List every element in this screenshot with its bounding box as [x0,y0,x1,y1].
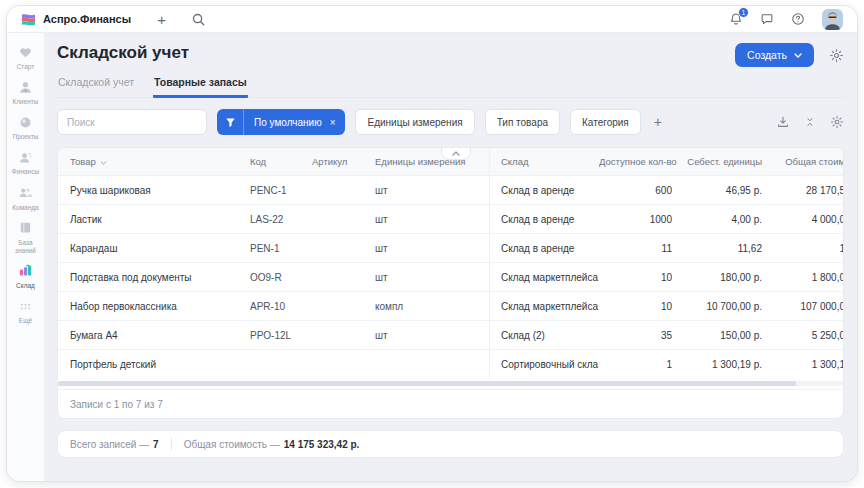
team-icon [18,185,34,201]
top-bar: Аспро.Финансы + 1 [7,6,857,33]
records-info: Записи с 1 по 7 из 7 [58,389,843,418]
messages-icon[interactable] [760,12,774,26]
table-cell: 28 170,5 [774,185,844,196]
total-records-label: Всего записей — [70,439,149,450]
brand[interactable]: Аспро.Финансы [21,13,131,26]
total-cost-label: Общая стоимость — [184,439,280,450]
tab-goods-stock[interactable]: Товарные запасы [153,72,248,98]
sidebar-item-label: Ещё [8,317,44,325]
table-cell: Склад маркетплейса [489,263,599,291]
table-cell: Портфель детский [58,359,250,370]
export-download-icon[interactable] [776,115,790,129]
table-cell: 35 [599,330,684,341]
table-row[interactable]: Бумага А4PPO-12LштСклад (2)35150,00 р.5 … [58,321,843,350]
filter-chip[interactable]: Тип товара [485,109,560,135]
summary-divider [171,437,172,451]
total-records-value: 7 [153,439,159,450]
table-cell: 1000 [599,214,684,225]
total-cost-value: 14 175 323,42 р. [284,439,360,450]
table-cell: Ластик [58,214,250,225]
notification-badge: 1 [738,7,749,18]
horizontal-scrollbar [58,381,843,386]
filter-chip[interactable]: Единицы измерения [355,109,474,135]
table-row[interactable]: Ручка шариковаяPENC-1штСклад в аренде600… [58,176,843,205]
add-filter-button[interactable]: + [651,114,665,130]
clients-icon [18,79,34,95]
sidebar-item-clients[interactable]: Клиенты [7,79,45,106]
help-icon[interactable] [791,12,805,26]
table-row[interactable]: ЛастикLAS-22штСклад в аренде10004,00 р.4… [58,205,843,234]
table-row[interactable]: КарандашPEN-1штСклад в аренде1111,621 [58,234,843,263]
column-header[interactable]: Доступное кол-во [599,156,684,167]
table-cell: шт [375,330,489,341]
sidebar-item-label: База знаний [8,239,44,255]
column-header[interactable]: Товар [58,156,250,167]
column-header[interactable]: Артикул [312,156,375,167]
table-cell: Бумага А4 [58,330,250,341]
sidebar-item-warehouse[interactable]: Склад [7,263,45,290]
sidebar-item-more[interactable]: Ещё [7,298,45,325]
start-icon [18,44,34,60]
table-row[interactable]: Портфель детскийСортировочный скла11 300… [58,350,843,379]
table-cell: шт [375,214,489,225]
column-header[interactable]: Код [250,156,312,167]
sidebar-item-label: Команда [8,204,44,212]
sidebar-item-finances[interactable]: Финансы [7,149,45,176]
column-header[interactable]: Склад [489,148,599,175]
collapse-table-button[interactable] [441,147,471,160]
table-cell: Карандаш [58,243,250,254]
table-cell: Сортировочный скла [489,350,599,379]
page-title: Складской учет [57,43,189,63]
column-header[interactable]: Единицы измерения [375,156,489,167]
notifications-bell-icon[interactable]: 1 [729,12,743,26]
sidebar-item-projects[interactable]: Проекты [7,114,45,141]
main-content: Складской учет Создать Складской учетТов… [45,33,857,481]
more-icon [18,298,34,314]
page-settings-gear-icon[interactable] [829,48,844,63]
inventory-table: ТоварКодАртикулЕдиницы измеренияСкладДос… [57,147,844,419]
table-cell: PEN-1 [250,243,312,254]
tab-warehouse-accounting[interactable]: Складской учет [57,72,135,98]
table-cell: LAS-22 [250,214,312,225]
table-cell: 600 [599,185,684,196]
table-cell: 1 300,19 р. [684,359,774,370]
sidebar-item-start[interactable]: Старт [7,44,45,71]
table-cell: Склад в аренде [489,234,599,262]
filter-chip[interactable]: Категория [570,109,641,135]
table-cell: 5 250,0 [774,330,844,341]
table-cell: шт [375,243,489,254]
funnel-icon[interactable] [217,109,244,135]
column-header[interactable]: Общая стоим [774,156,844,167]
warehouse-icon [18,263,34,279]
table-cell: 10 [599,301,684,312]
create-button[interactable]: Создать [735,43,814,67]
table-settings-gear-icon[interactable] [830,115,844,129]
active-filter-pill[interactable]: По умолчанию × [217,109,345,135]
sidebar-item-label: Проекты [8,133,44,141]
table-cell: PPO-12L [250,330,312,341]
app-window: Аспро.Финансы + 1 [6,5,858,482]
collapse-rows-icon[interactable] [804,116,816,128]
knowledge-base-icon [18,220,34,236]
summary-bar: Всего записей — 7 Общая стоимость — 14 1… [57,430,844,458]
sidebar-item-knowledge-base[interactable]: База знаний [7,220,45,255]
table-cell: 46,95 р. [684,185,774,196]
tab-bar: Складской учетТоварные запасы [57,72,844,98]
table-row[interactable]: Набор первоклассникаAPR-10комплСклад мар… [58,292,843,321]
table-cell: OO9-R [250,272,312,283]
table-row[interactable]: Подставка под документыOO9-RштСклад марк… [58,263,843,292]
table-cell: компл [375,301,489,312]
scrollbar-thumb[interactable] [58,381,796,386]
sort-chevron-icon[interactable] [100,156,107,167]
sidebar-item-team[interactable]: Команда [7,185,45,212]
search-icon[interactable] [192,13,205,26]
table-cell: 1 [774,243,844,254]
column-header[interactable]: Себест. единицы [684,156,774,167]
table-cell: APR-10 [250,301,312,312]
user-avatar[interactable] [822,9,843,30]
search-input[interactable] [57,109,207,135]
remove-filter-icon[interactable]: × [330,117,336,128]
active-filter-label: По умолчанию [254,117,322,128]
brand-name: Аспро.Финансы [43,13,131,25]
new-item-plus-button[interactable]: + [157,12,166,27]
